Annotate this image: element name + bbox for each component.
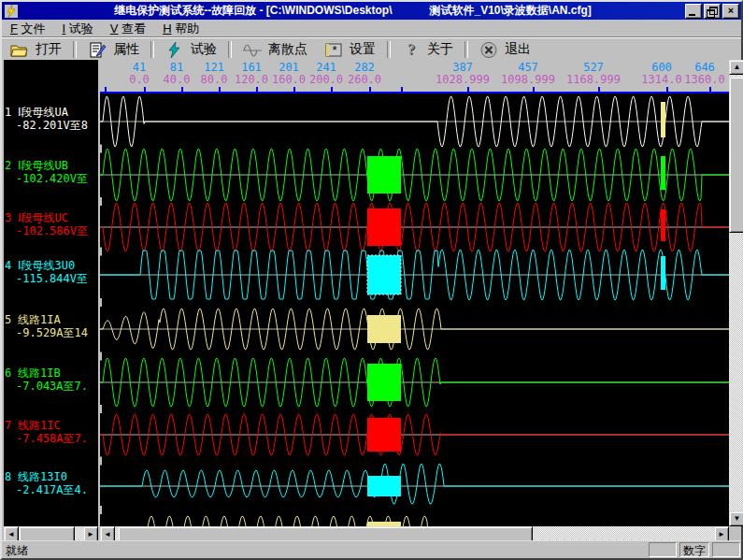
channel-label-7[interactable]: 7线路1IC-7.458A至7.	[4, 419, 98, 447]
minimize-button[interactable]	[685, 4, 702, 19]
channel-label-8[interactable]: 8线路13I0-2.417A至4.	[4, 470, 98, 498]
vertical-scrollbar[interactable]: ▲ ▼	[729, 60, 743, 526]
axis-tick	[256, 87, 258, 92]
restore-button[interactable]	[704, 4, 721, 19]
svg-text:*: *	[332, 43, 336, 57]
channel-label-4[interactable]: 4Ⅰ段母线3U0-115.844V至	[4, 259, 98, 287]
axis-sample-label: 241	[316, 61, 336, 74]
axis-time-label: 0.0	[129, 73, 150, 86]
axis-sample-label: 600	[651, 61, 672, 74]
cursor-bar-marker[interactable]	[661, 102, 665, 137]
fault-marker-square[interactable]	[367, 156, 401, 194]
about-icon: ??	[402, 42, 421, 58]
axis-time-label: 120.0	[235, 73, 268, 86]
waveform-trace-8	[100, 464, 729, 504]
channel-boundary-tick	[100, 248, 102, 256]
channel-number: 7	[5, 419, 11, 432]
toolbar-button-label: 打开	[36, 41, 62, 58]
channel-range: -2.417A至4.	[16, 483, 88, 496]
toolbar: 打开属性试验离散点*设置??关于退出	[2, 37, 741, 61]
channel-number: 8	[5, 470, 11, 483]
channel-name: Ⅰ段母线UB	[18, 159, 68, 172]
axis-tick	[181, 87, 183, 92]
axis-tick	[369, 87, 371, 92]
channel-label-1[interactable]: 1Ⅰ段母线UA-82.201V至8	[4, 106, 98, 134]
app-window: 继电保护测试系统--故障回放 - [C:\WINDOWS\Desktop\ 测试…	[0, 0, 743, 560]
time-axis: 410.08140.012180.0161120.0201160.0241200…	[100, 60, 729, 93]
scroll-up-button[interactable]: ▲	[729, 60, 743, 75]
channel-number: 6	[5, 366, 11, 380]
channel-label-5[interactable]: 5线路1IA-9.529A至14	[4, 313, 98, 341]
fault-marker-square[interactable]	[367, 255, 401, 294]
toolbar-button-exit[interactable]: 退出	[471, 39, 539, 60]
waveform-trace-partial	[100, 516, 729, 526]
test-lightning-icon	[165, 42, 184, 58]
axis-tick	[293, 87, 295, 92]
fault-marker-square[interactable]	[367, 418, 401, 452]
axis-tick	[219, 87, 221, 92]
status-ready-text: 就绪	[6, 543, 28, 559]
channel-list-panel: 1Ⅰ段母线UA-82.201V至82Ⅰ段母线UB-102.420V至3Ⅰ段母线U…	[4, 60, 98, 526]
fault-marker-square[interactable]	[367, 315, 401, 343]
channel-range: -82.201V至8	[16, 119, 88, 132]
cursor-bar-marker[interactable]	[661, 209, 665, 241]
close-icon: ×	[723, 4, 738, 17]
channel-name: Ⅰ段母线UA	[18, 106, 68, 119]
toolbar-button-about[interactable]: ??关于	[393, 39, 462, 60]
channel-label-3[interactable]: 3Ⅰ段母线UC-102.586V至	[4, 211, 98, 239]
channel-range: -102.586V至	[16, 224, 88, 237]
scroll-down-button[interactable]: ▼	[729, 511, 743, 526]
channel-label-6[interactable]: 6线路1IB-7.043A至7.	[4, 366, 98, 395]
svg-text:?: ?	[407, 42, 415, 57]
toolbar-button-label: 离散点	[268, 41, 307, 58]
channel-name: 线路1IB	[18, 366, 61, 380]
axis-time-label: 260.0	[348, 73, 381, 86]
axis-time-label: 80.0	[201, 73, 228, 86]
channel-boundary-tick	[100, 457, 102, 466]
toolbar-button-test-lightning[interactable]: 试验	[157, 39, 225, 60]
channel-boundary-tick	[100, 298, 102, 307]
axis-tick	[666, 87, 668, 92]
channel-boundary-tick	[100, 506, 102, 514]
fault-marker-square[interactable]	[367, 208, 401, 246]
axis-tick	[401, 87, 403, 92]
toolbar-separator	[73, 41, 77, 58]
channel-boundary-tick	[100, 197, 102, 206]
channel-range: -9.529A至14	[16, 326, 88, 339]
axis-sample-label: 457	[518, 61, 538, 74]
fault-marker-square[interactable]	[367, 476, 401, 496]
properties-icon	[88, 42, 107, 58]
channel-name: 线路1IA	[18, 313, 61, 326]
close-button[interactable]: ×	[722, 4, 739, 19]
toolbar-separator	[464, 41, 468, 58]
axis-sample-label: 161	[241, 61, 262, 74]
toolbar-button-discrete-points[interactable]: 离散点	[235, 39, 316, 60]
axis-sample-label: 81	[170, 61, 183, 74]
channel-number: 2	[5, 159, 11, 172]
toolbar-button-properties[interactable]: 属性	[79, 39, 148, 60]
axis-sample-label: 41	[133, 61, 146, 74]
menu-item-F[interactable]: F 文件	[2, 20, 54, 38]
channel-boundary-tick	[100, 405, 102, 413]
toolbar-button-open-folder[interactable]: 打开	[2, 39, 70, 60]
status-bar: 就绪 数字	[2, 540, 741, 558]
menu-item-V[interactable]: V 查看	[102, 20, 154, 38]
channel-name: Ⅰ段母线3U0	[18, 259, 75, 272]
axis-tick	[598, 87, 600, 92]
axis-sample-label: 282	[354, 61, 375, 74]
toolbar-button-label: 退出	[505, 41, 531, 58]
toolbar-button-settings[interactable]: *设置	[316, 39, 384, 60]
title-bar: 继电保护测试系统--故障回放 - [C:\WINDOWS\Desktop\ 测试…	[2, 2, 741, 20]
toolbar-separator	[387, 41, 391, 58]
channel-label-2[interactable]: 2Ⅰ段母线UB-102.420V至	[4, 159, 98, 187]
app-lightning-icon	[5, 5, 18, 18]
fault-marker-square[interactable]	[367, 364, 401, 401]
menu-item-I[interactable]: I 试验	[54, 20, 102, 38]
cursor-bar-marker[interactable]	[661, 256, 665, 290]
vertical-scrollbar-thumb[interactable]	[729, 77, 743, 233]
cursor-bar-marker[interactable]	[661, 156, 665, 190]
waveform-area[interactable]	[100, 93, 729, 526]
minimize-icon	[689, 14, 695, 16]
window-title: 继电保护测试系统--故障回放 - [C:\WINDOWS\Desktop\ 测试…	[21, 3, 685, 19]
menu-item-H[interactable]: H 帮助	[154, 20, 207, 38]
